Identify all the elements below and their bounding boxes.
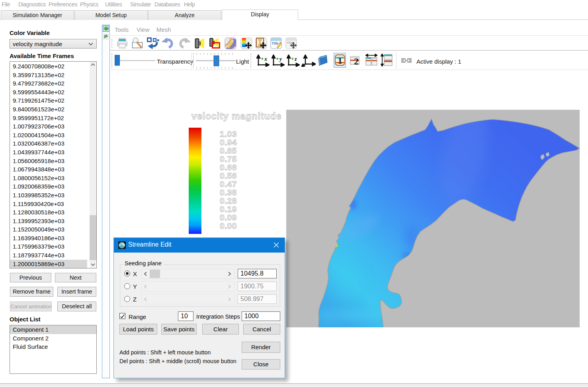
svg-text:1: 1 [338, 56, 342, 66]
svg-text:Title: Title [272, 41, 279, 45]
svg-text:+: + [276, 56, 279, 62]
svg-text:+: + [261, 56, 264, 62]
svg-text:y: y [279, 56, 282, 62]
svg-text:+: + [291, 56, 294, 62]
svg-text:z: z [294, 56, 297, 62]
svg-text:x: x [264, 56, 267, 62]
svg-text:2: 2 [354, 56, 359, 66]
svg-text:Title: Title [287, 41, 293, 45]
